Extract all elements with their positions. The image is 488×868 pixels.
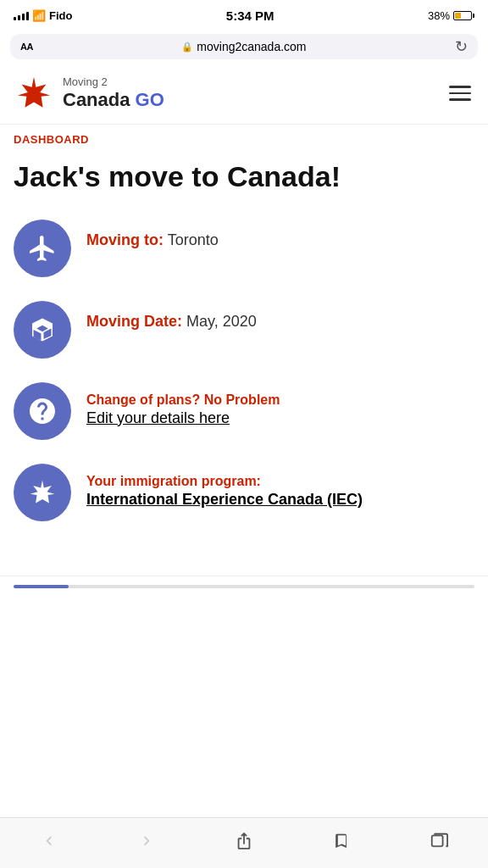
battery-tip: [473, 14, 474, 18]
immigration-program-text: Your immigration program: International …: [86, 464, 363, 510]
status-right: 38%: [428, 9, 474, 22]
site-header: Moving 2 Canada GO: [0, 63, 488, 125]
carrier-text: Fido: [49, 9, 72, 22]
moving-date-text: Moving Date: May, 2020: [86, 301, 257, 332]
dashboard-label: DASHBOARD: [0, 125, 488, 149]
forward-button[interactable]: [129, 828, 164, 854]
box-icon-circle: [14, 301, 71, 359]
logo-moving: Moving 2: [63, 75, 164, 89]
hamburger-line-1: [449, 86, 471, 88]
bookmarks-icon: [332, 832, 351, 850]
wifi-icon: 📶: [32, 9, 46, 22]
browser-bottom-nav: [0, 817, 488, 868]
moving-to-item: Moving to: Toronto: [14, 220, 474, 277]
maple-leaf-logo: [14, 73, 54, 114]
moving-to-text: Moving to: Toronto: [86, 220, 219, 251]
status-bar: 📶 Fido 5:34 PM 38%: [0, 0, 488, 31]
immigration-program-link[interactable]: International Experience Canada (IEC): [86, 489, 363, 510]
main-content: Jack's move to Canada! Moving to: Toront…: [0, 149, 488, 562]
immigration-program-label: Your immigration program:: [86, 474, 363, 489]
svg-rect-1: [432, 835, 443, 846]
question-icon: [27, 396, 58, 426]
back-button[interactable]: [31, 828, 67, 854]
url-bar: 🔒 moving2canada.com: [38, 40, 450, 53]
battery-percent: 38%: [428, 9, 450, 22]
lock-icon: 🔒: [181, 42, 193, 53]
box-icon: [27, 314, 58, 345]
progress-bar-fill: [14, 585, 69, 588]
signal-bar-2: [18, 15, 20, 20]
moving-to-value: Toronto: [168, 231, 219, 248]
moving-date-label: Moving Date: May, 2020: [86, 311, 257, 332]
leaf-icon-circle: [14, 464, 71, 521]
tabs-button[interactable]: [421, 828, 457, 854]
battery-body: [453, 11, 472, 20]
leaf-icon: [27, 477, 58, 508]
logo-canada: Canada GO: [63, 89, 164, 111]
signal-bar-3: [22, 14, 25, 20]
edit-details-link[interactable]: Edit your details here: [86, 409, 280, 427]
plane-icon-circle: [14, 220, 71, 277]
moving-date-label-red: Moving Date:: [86, 313, 182, 330]
battery-fill: [455, 13, 461, 19]
tabs-icon: [430, 832, 448, 850]
plane-icon: [27, 233, 58, 264]
forward-icon: [137, 832, 156, 850]
page-title: Jack's move to Canada!: [14, 159, 474, 194]
question-icon-circle: [14, 382, 71, 440]
signal-bar-4: [26, 12, 29, 20]
url-text: moving2canada.com: [197, 40, 306, 53]
status-left: 📶 Fido: [14, 9, 72, 22]
refresh-button[interactable]: ↻: [455, 39, 468, 54]
progress-area: [0, 585, 488, 588]
time-display: 5:34 PM: [226, 8, 274, 23]
share-button[interactable]: [226, 828, 262, 854]
signal-bars: [14, 10, 29, 20]
moving-to-label: Moving to: Toronto: [86, 230, 219, 251]
content-divider: [0, 576, 488, 576]
change-plans-text: Change of plans? No Problem Edit your de…: [86, 382, 280, 427]
back-icon: [40, 832, 58, 850]
bookmarks-button[interactable]: [324, 828, 359, 854]
share-icon: [235, 832, 253, 850]
moving-date-item: Moving Date: May, 2020: [14, 301, 474, 359]
change-plans-label: Change of plans? No Problem: [86, 392, 280, 408]
hamburger-line-3: [449, 98, 471, 101]
hamburger-menu-button[interactable]: [446, 82, 474, 104]
progress-bar-background: [14, 585, 474, 588]
signal-bar-1: [14, 17, 16, 20]
hamburger-line-2: [449, 92, 471, 95]
logo-area: Moving 2 Canada GO: [14, 73, 164, 114]
moving-to-label-red: Moving to:: [86, 231, 164, 248]
moving-date-value: May, 2020: [186, 313, 257, 330]
logo-text: Moving 2 Canada GO: [63, 75, 164, 111]
battery-icon: [453, 11, 474, 20]
logo-go: GO: [136, 89, 164, 110]
font-size-button[interactable]: AA: [20, 42, 33, 52]
browser-bar[interactable]: AA 🔒 moving2canada.com ↻: [10, 34, 478, 59]
change-plans-item: Change of plans? No Problem Edit your de…: [14, 382, 474, 440]
immigration-program-item: Your immigration program: International …: [14, 464, 474, 521]
